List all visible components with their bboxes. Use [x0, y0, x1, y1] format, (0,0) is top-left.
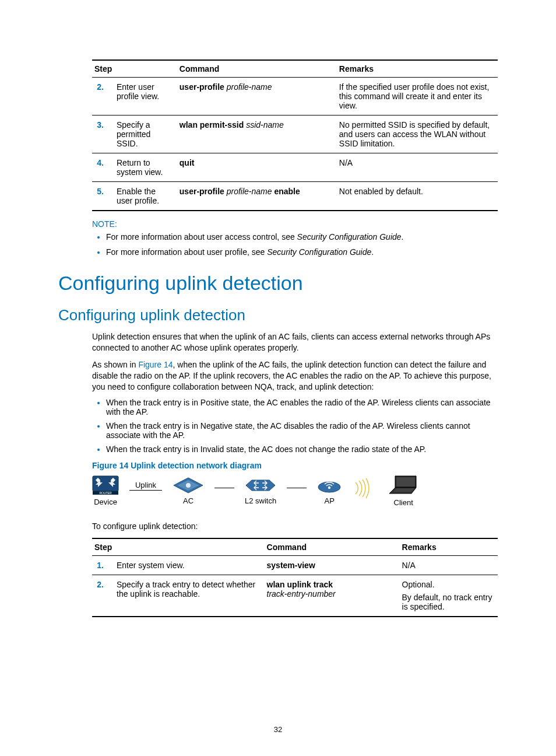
- ap-node: AP: [317, 477, 342, 505]
- list-item: When the track entry is in Positive stat…: [106, 398, 498, 416]
- table-row: 4. Return to system view. quit N/A: [92, 153, 498, 182]
- ap-label: AP: [325, 496, 335, 505]
- laptop-icon: [388, 475, 418, 496]
- page-number: 32: [0, 725, 556, 734]
- device-label: Device: [94, 498, 117, 506]
- svg-point-5: [186, 483, 191, 488]
- body-section: Uplink detection ensures that when the u…: [92, 331, 498, 617]
- command-table-2: Step Command Remarks 1. Enter system vie…: [92, 538, 498, 617]
- step-desc: Enable the user profile.: [114, 182, 177, 211]
- command-table-1: Step Command Remarks 2. Enter user profi…: [92, 60, 498, 211]
- step-desc: Enter system view.: [114, 556, 265, 575]
- figure-link[interactable]: Figure 14: [138, 360, 173, 369]
- step-num: 1.: [97, 561, 110, 570]
- svg-marker-10: [396, 477, 415, 487]
- cmd: user-profile profile-name enable: [177, 182, 337, 211]
- step-num: 2.: [97, 82, 110, 92]
- network-diagram: ROUTER Device Uplink AC: [92, 475, 498, 507]
- list-item: For more information about user access c…: [106, 232, 498, 242]
- cmd: wlan permit-ssid ssid-name: [177, 116, 337, 153]
- heading-1: Configuring uplink detection: [58, 272, 498, 295]
- note-list: For more information about user access c…: [92, 232, 498, 257]
- step-desc: Specify a track entry to detect whether …: [114, 575, 265, 617]
- l2switch-node: L2 switch: [245, 477, 276, 505]
- step-num: 5.: [97, 187, 110, 196]
- device-node: ROUTER Device: [92, 475, 119, 506]
- remarks: Optional. By default, no track entry is …: [400, 575, 498, 617]
- router-icon: ROUTER: [92, 475, 119, 495]
- cmd: quit: [177, 153, 337, 182]
- svg-rect-0: [93, 476, 118, 491]
- l2switch-label: L2 switch: [245, 496, 276, 505]
- uplink-label: Uplink: [129, 481, 162, 491]
- remarks: If the specified user profile does not e…: [337, 78, 498, 116]
- cmd: wlan uplink track track-entry-number: [265, 575, 400, 617]
- step-num: 4.: [97, 158, 110, 167]
- table-row: 1. Enter system view. system-view N/A: [92, 556, 498, 575]
- remarks: Not enabled by default.: [337, 182, 498, 211]
- client-label: Client: [394, 498, 413, 507]
- paragraph: To configure uplink detection:: [92, 521, 498, 532]
- svg-marker-11: [389, 488, 416, 494]
- svg-marker-6: [246, 480, 275, 491]
- remarks: N/A: [337, 153, 498, 182]
- paragraph: Uplink detection ensures that when the u…: [92, 331, 498, 354]
- th-command: Command: [177, 60, 337, 78]
- th-step: Step: [92, 538, 265, 556]
- table-row: 2. Specify a track entry to detect wheth…: [92, 575, 498, 617]
- svg-text:ROUTER: ROUTER: [99, 491, 112, 495]
- ac-node: AC: [173, 477, 204, 505]
- paragraph: As shown in Figure 14, when the uplink o…: [92, 359, 498, 393]
- step-num: 3.: [97, 120, 110, 130]
- table-row: 2. Enter user profile view. user-profile…: [92, 78, 498, 116]
- list-item: When the track entry is in Negative stat…: [106, 421, 498, 440]
- th-remarks: Remarks: [337, 60, 498, 78]
- th-remarks: Remarks: [400, 538, 498, 556]
- list-item: For more information about user profile,…: [106, 247, 498, 257]
- ap-icon: [317, 477, 342, 494]
- remarks: N/A: [400, 556, 498, 575]
- step-num: 2.: [97, 580, 110, 589]
- step-desc: Enter user profile view.: [114, 78, 177, 116]
- th-step: Step: [92, 60, 177, 78]
- cmd: system-view: [265, 556, 400, 575]
- table1-wrap: Step Command Remarks 2. Enter user profi…: [92, 60, 498, 257]
- client-node: Client: [388, 475, 418, 507]
- cmd: user-profile profile-name: [177, 78, 337, 116]
- step-desc: Return to system view.: [114, 153, 177, 182]
- th-command: Command: [265, 538, 400, 556]
- table-row: 3. Specify a permitted SSID. wlan permit…: [92, 116, 498, 153]
- remarks: No permitted SSID is specified by defaul…: [337, 116, 498, 153]
- heading-2: Configuring uplink detection: [58, 306, 498, 324]
- wireless-icon: [352, 478, 378, 499]
- bullet-list: When the track entry is in Positive stat…: [92, 398, 498, 454]
- ac-label: AC: [183, 496, 193, 505]
- step-desc: Specify a permitted SSID.: [114, 116, 177, 153]
- note-label: NOTE:: [92, 219, 498, 229]
- ac-icon: [173, 477, 204, 494]
- svg-point-8: [328, 487, 330, 489]
- page: Step Command Remarks 2. Enter user profi…: [0, 0, 556, 756]
- figure-caption: Figure 14 Uplink detection network diagr…: [92, 461, 498, 470]
- table-row: 5. Enable the user profile. user-profile…: [92, 182, 498, 211]
- switch-icon: [246, 477, 275, 494]
- list-item: When the track entry is in Invalid state…: [106, 444, 498, 454]
